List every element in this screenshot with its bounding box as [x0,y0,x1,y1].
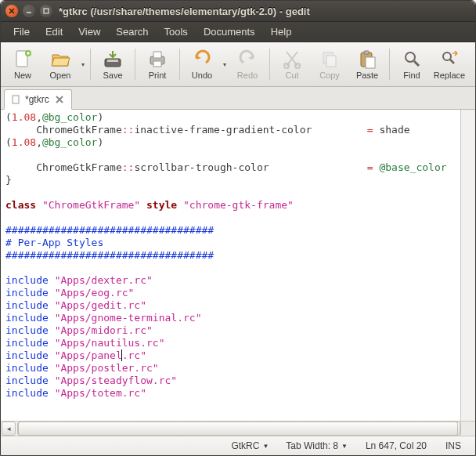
svg-rect-0 [44,9,49,13]
undo-label: Undo [192,71,212,80]
copy-button[interactable]: Copy [311,45,348,84]
menu-search[interactable]: Search [108,24,156,40]
document-icon [11,95,20,104]
scroll-left-icon[interactable]: ◂ [2,422,16,436]
cursor-position: Ln 647, Col 20 [356,440,436,451]
print-button[interactable]: Print [139,45,176,84]
svg-rect-6 [153,52,161,58]
find-label: Find [403,71,420,80]
svg-point-16 [443,52,451,60]
save-label: Save [103,71,122,80]
cut-icon [282,49,302,69]
cut-label: Cut [285,71,298,80]
replace-label: Replace [434,71,465,80]
app-window: *gtkrc (/usr/share/themes/elementary/gtk… [0,0,476,456]
new-icon [13,49,33,69]
copy-icon [319,49,340,69]
svg-rect-7 [153,61,161,67]
menu-file[interactable]: File [5,24,38,40]
separator-icon [269,49,270,80]
close-icon[interactable] [5,5,18,17]
redo-label: Redo [237,71,258,80]
tab-current[interactable]: *gtkrc [4,89,72,110]
save-button[interactable]: Save [94,45,132,84]
syntax-label: GtkRC [231,440,259,451]
separator-icon [179,49,180,80]
svg-rect-4 [107,60,118,62]
svg-rect-13 [364,51,369,54]
statusbar: GtkRC ▼ Tab Width: 8 ▼ Ln 647, Col 20 IN… [1,436,475,455]
tab-width-label: Tab Width: 8 [286,440,338,451]
tab-label: *gtkrc [25,94,49,105]
tab-width-selector[interactable]: Tab Width: 8 ▼ [279,438,355,454]
chevron-down-icon: ▼ [262,443,269,450]
horizontal-scrollbar[interactable]: ◂ ▸ [1,421,461,436]
separator-icon [90,49,91,80]
find-button[interactable]: Find [393,45,431,84]
undo-dropdown-icon[interactable]: ▾ [221,61,229,68]
close-tab-icon[interactable] [54,94,65,105]
undo-button[interactable]: Undo [183,45,221,84]
find-icon [402,49,422,69]
new-button[interactable]: New [4,45,41,84]
window-title: *gtkrc (/usr/share/themes/elementary/gtk… [59,5,471,17]
paste-label: Paste [356,71,378,80]
minimize-icon[interactable] [23,5,35,17]
scroll-corner [460,421,475,436]
svg-rect-17 [13,96,19,103]
scroll-thumb[interactable] [18,422,458,436]
replace-icon [439,49,460,69]
menu-view[interactable]: View [70,24,108,40]
syntax-selector[interactable]: GtkRC ▼ [224,438,276,454]
insert-mode: INS [436,440,471,451]
menu-edit[interactable]: Edit [38,24,70,40]
tab-bar: *gtkrc [1,87,475,110]
replace-button[interactable]: Replace [431,45,468,84]
menubar: File Edit View Search Tools Documents He… [1,22,475,42]
paste-icon [357,49,377,69]
print-icon [147,49,168,69]
print-label: Print [149,71,167,80]
cut-button[interactable]: Cut [273,45,311,84]
paste-button[interactable]: Paste [348,45,386,84]
redo-icon [237,49,258,69]
vertical-scrollbar[interactable] [460,110,475,422]
copy-label: Copy [319,71,340,80]
menu-documents[interactable]: Documents [196,24,263,40]
maximize-icon[interactable] [40,5,52,17]
svg-rect-11 [326,56,336,67]
editor-area[interactable]: (1.08,@bg_color) ChromeGtkFrame::inactiv… [1,110,475,436]
menu-tools[interactable]: Tools [157,24,196,40]
toolbar: New Open ▾ Save Print Undo ▾ [1,42,475,87]
svg-point-15 [406,52,415,62]
chevron-down-icon: ▼ [341,443,348,450]
window-controls [5,5,52,17]
undo-icon [192,49,212,69]
editor-content[interactable]: (1.08,@bg_color) ChromeGtkFrame::inactiv… [1,110,463,436]
separator-icon [389,49,390,80]
open-button[interactable]: Open [41,45,79,84]
separator-icon [135,49,135,80]
svg-rect-14 [366,57,375,68]
titlebar[interactable]: *gtkrc (/usr/share/themes/elementary/gtk… [1,1,475,22]
open-dropdown-icon[interactable]: ▾ [79,61,87,68]
new-label: New [14,71,31,80]
save-icon [103,49,123,69]
menu-help[interactable]: Help [263,24,300,40]
open-icon [50,49,70,69]
scroll-rail[interactable] [17,422,445,436]
open-label: Open [50,71,71,80]
redo-button[interactable]: Redo [229,45,266,84]
